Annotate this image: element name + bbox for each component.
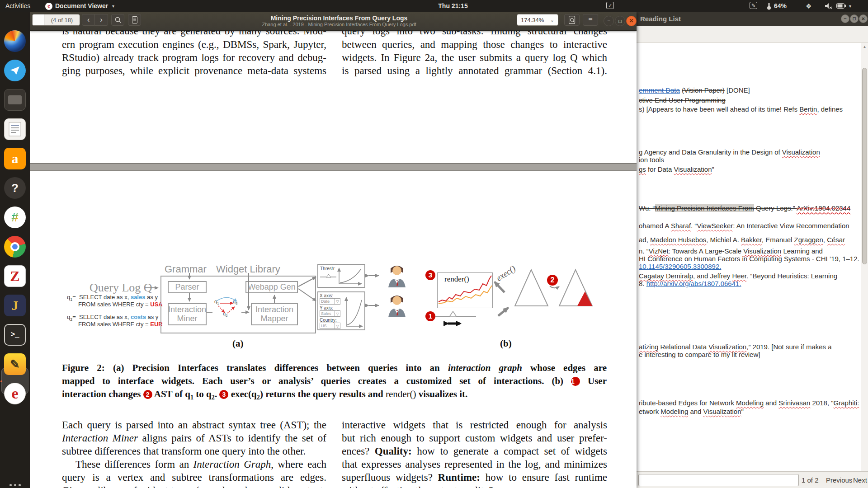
flower-indicator-icon[interactable]: ❖ xyxy=(806,2,811,10)
find-next-button[interactable]: Next xyxy=(853,476,867,484)
clock[interactable]: Thu 21:15 xyxy=(430,2,476,10)
notes-pencil-icon[interactable]: ✎ xyxy=(750,2,757,9)
figure-graph-node-q1: q1 xyxy=(214,299,219,304)
todo-check-icon[interactable]: ✓ xyxy=(606,2,614,9)
pdf-text-line: that expresses analyses represented in t… xyxy=(342,458,607,471)
pdf-toolbar: (4 of 18) ‹ › Mining Precision Interface… xyxy=(30,12,637,31)
pdf-text-line: but rich enough to support custom widget… xyxy=(342,432,607,445)
zoom-level-dropdown[interactable]: 174.34%⌄ xyxy=(517,14,558,26)
match-count: 1 of 2 xyxy=(802,476,819,484)
dock-item-chromium[interactable] xyxy=(4,236,26,258)
figure-webapp-gen-box: Webapp Gen xyxy=(245,281,298,293)
find-bar: 1 of 2 Previous Next xyxy=(637,471,868,488)
pdf-text-line: ging purposes, while explicit provenance… xyxy=(62,64,326,77)
volume-muted-icon[interactable] xyxy=(825,3,833,11)
pdf-text-line: without affecting the output quality? xyxy=(342,484,607,488)
figure-triangle-q1-label: q1 xyxy=(524,286,533,298)
top-bar: Activities e Document Viewer ▾ Thu 21:15… xyxy=(0,0,868,12)
minimize-button[interactable]: − xyxy=(604,16,614,26)
note-line[interactable]: ad, Madelon Hulsebos, Michiel A. Bakker,… xyxy=(639,236,845,244)
search-button[interactable] xyxy=(111,14,124,26)
dropdown-value: US xyxy=(320,323,335,329)
note-line[interactable]: etwork Modeling and Visualization" xyxy=(639,408,744,415)
note-line[interactable]: s) [Appears to have been well ahead of i… xyxy=(639,105,843,113)
history-back-button[interactable]: ‹ xyxy=(82,14,95,26)
menu-button[interactable]: ≡ xyxy=(583,14,598,26)
sidebar-toggle-button[interactable] xyxy=(128,14,141,26)
note-line[interactable]: Cagatay Demiralp, and Jeffrey Heer. “Bey… xyxy=(639,272,837,280)
running-indicator xyxy=(0,380,2,382)
dock-item-zotero[interactable]: Z xyxy=(4,265,26,287)
zoom-level-value: 174.34% xyxy=(521,17,544,23)
reading-list-titlebar[interactable]: Reading List − ◻ ✕ xyxy=(637,12,868,26)
note-line[interactable]: Wu. “Mining Precision Interfaces From Qu… xyxy=(639,204,850,212)
note-line[interactable]: ctive End User Programming xyxy=(639,96,726,104)
system-menu-caret-icon[interactable]: ▾ xyxy=(849,2,851,10)
temperature-value[interactable]: 64% xyxy=(774,2,787,10)
note-line[interactable]: 10.1145/3290605.3300892. xyxy=(639,263,721,270)
figure-sql-q2-line1: q2= SELECT date as x, costs as y xyxy=(67,314,158,320)
document-filename: Zhang et al. - 2019 - Mining Precision I… xyxy=(181,22,497,27)
note-line[interactable]: ribute-based Edges for Network Modeling … xyxy=(639,399,859,407)
document-title: Mining Precision Interfaces From Query L… xyxy=(181,14,497,22)
dropdown-value: Sales xyxy=(320,310,335,317)
find-previous-button[interactable]: Previous xyxy=(826,476,852,484)
scrollbar-thumb[interactable] xyxy=(862,68,867,264)
figure-parser-box: Parser xyxy=(168,281,207,293)
show-applications-button[interactable] xyxy=(9,484,21,488)
scroll-up-icon[interactable]: ▲ xyxy=(862,45,867,49)
figure-badge-3: 3 xyxy=(425,270,435,280)
note-line[interactable]: HI Conference on Human Factors in Comput… xyxy=(639,255,859,263)
find-input[interactable] xyxy=(638,474,799,486)
dock-item-jabref[interactable]: J xyxy=(4,295,26,316)
note-line[interactable]: gs for Data Visualization" xyxy=(639,165,714,173)
page-number-input[interactable] xyxy=(32,14,44,26)
rl-minimize-button[interactable]: − xyxy=(841,14,849,23)
pdf-text-line: These differences form an Interaction Gr… xyxy=(62,458,326,471)
note-line[interactable]: atizing Relational Data Visualization,” … xyxy=(639,343,832,351)
note-line[interactable]: e interesting to compare to my lit revie… xyxy=(639,351,760,358)
dock-item-terminal[interactable]: >_ xyxy=(4,324,26,346)
dropdown-caret-icon: ▽ xyxy=(335,323,340,329)
battery-icon[interactable] xyxy=(836,3,846,12)
close-button[interactable]: ✕ xyxy=(626,16,637,26)
scrollbar[interactable]: ▲ ▼ xyxy=(861,43,868,483)
slack-glyph: # xyxy=(11,210,19,225)
page-view-button[interactable] xyxy=(564,14,580,26)
hamburger-icon: ≡ xyxy=(588,16,592,24)
dock-item-help[interactable]: ? xyxy=(4,177,26,199)
figure-sql-q2-line2: FROM sales WHERE cty = EUR xyxy=(78,321,163,328)
help-glyph: ? xyxy=(11,181,19,195)
activities-button[interactable]: Activities xyxy=(5,2,30,10)
dock-item-firefox[interactable] xyxy=(4,30,26,52)
note-line[interactable]: ion tools xyxy=(639,156,664,164)
dock-item-text-editor[interactable] xyxy=(4,118,26,140)
note-line[interactable]: ohamed A Sharaf. “ViewSeeker: An Interac… xyxy=(639,222,849,230)
dock-item-messenger[interactable] xyxy=(4,60,26,81)
pdf-viewer-window: is natural because they are generated by… xyxy=(30,12,637,488)
note-line[interactable]: ernment Data (Vision Paper) [DONE] xyxy=(639,86,750,94)
dock-item-dark-app[interactable] xyxy=(4,89,26,111)
pdf-text-line: Given a library of widget types (e.g., d… xyxy=(62,484,326,488)
figure-triangle-q2-label: q2 xyxy=(565,286,574,298)
page-count-label: (4 of 18) xyxy=(44,14,80,26)
pdf-text-line: interactive widgets that is restricted e… xyxy=(342,418,607,432)
rl-maximize-button[interactable]: ◻ xyxy=(850,14,859,23)
pdf-text-line: subtree differences that transform one q… xyxy=(62,445,326,458)
dock-item-notes[interactable]: ✎ xyxy=(4,353,26,375)
dock-item-slack[interactable]: # xyxy=(4,206,26,228)
dock-item-document-viewer[interactable]: e xyxy=(4,383,26,404)
history-forward-button[interactable]: › xyxy=(95,14,108,26)
app-menu[interactable]: Document Viewer xyxy=(55,2,108,10)
pdf-text-line: superfluous widgets? Runtime: how to ens… xyxy=(342,471,607,484)
rl-close-button[interactable]: ✕ xyxy=(859,14,868,23)
figure-sql-q1-line1: q1= SELECT date as x, sales as y xyxy=(67,294,158,300)
figure-a-label: (a) xyxy=(232,337,244,350)
note-line[interactable]: g Agency and Data Granularity in the Des… xyxy=(639,148,820,156)
figure-badge-1: 1 xyxy=(425,311,435,321)
note-line[interactable]: 8. http://arxiv.org/abs/1807.06641. xyxy=(639,280,741,287)
note-line[interactable]: n. “VizNet: Towards A Large-Scale Visual… xyxy=(639,247,823,255)
maximize-button[interactable]: ◻ xyxy=(615,16,625,26)
pdf-text-line: RStudio) already track program logs for … xyxy=(62,51,326,64)
dock-item-amazon[interactable]: a xyxy=(4,148,26,169)
